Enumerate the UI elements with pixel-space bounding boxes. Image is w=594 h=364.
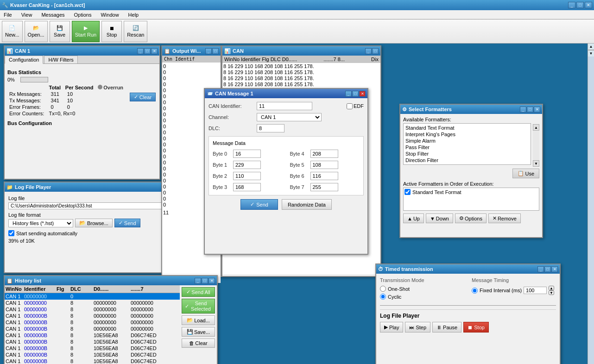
menu-messages[interactable]: Messages	[39, 11, 66, 19]
channel-select[interactable]: CAN 1	[257, 113, 322, 121]
timed-minimize[interactable]: _	[537, 266, 544, 272]
timed-titlebar[interactable]: ⏱ Timed transmission _ □ ✕	[376, 264, 560, 274]
table-row[interactable]: CAN 1 0000000B 8 10E56EA8 D06C74ED	[5, 345, 180, 351]
byte5-input[interactable]	[310, 161, 338, 169]
output-minimize[interactable]: _	[205, 48, 212, 54]
send-selected-button[interactable]: ✓ Send Selected	[182, 299, 215, 314]
cyclic-radio[interactable]	[380, 294, 386, 300]
can1-titlebar[interactable]: 📊 CAN 1 _ □ ✕	[5, 46, 159, 56]
fmt-item[interactable]: Simple Alarm	[404, 138, 530, 144]
fmt-item[interactable]: Stop Filter	[404, 151, 530, 157]
menu-options[interactable]: Options	[72, 11, 94, 19]
fmt-item[interactable]: DLL Formatter	[404, 163, 530, 165]
can1-minimize[interactable]: _	[137, 48, 144, 54]
can-output-minimize[interactable]: _	[365, 48, 372, 54]
output-restore[interactable]: □	[212, 48, 219, 54]
byte3-input[interactable]	[233, 183, 261, 191]
fmt-down-button[interactable]: ▼ Down	[426, 213, 453, 223]
can-msg-minimize[interactable]: _	[345, 91, 352, 97]
active-fmt-checkbox[interactable]	[404, 189, 411, 195]
dlc-input[interactable]	[257, 124, 284, 132]
edf-checkbox[interactable]	[347, 103, 353, 109]
play-button[interactable]: ▶ Play	[380, 322, 403, 333]
fmt-item[interactable]: Interpret King's Pages	[404, 131, 530, 138]
byte0-input[interactable]	[233, 150, 261, 158]
byte2-input[interactable]	[233, 172, 261, 180]
timed-close[interactable]: ✕	[551, 266, 558, 272]
minimize-button[interactable]: _	[568, 2, 575, 8]
stop-button[interactable]: ⏹ Stop	[101, 21, 122, 42]
clear-history-button[interactable]: 🗑 Clear	[182, 339, 215, 348]
send-all-button[interactable]: ✓ Send All	[182, 287, 215, 297]
fmt-list[interactable]: Standard Text Format Interpret King's Pa…	[403, 123, 531, 165]
tab-configuration[interactable]: Configuration	[5, 56, 43, 64]
table-row[interactable]: CAN 1 0000000B 8 10E56EA8 D06C74ED	[5, 351, 180, 358]
pause-button[interactable]: ⏸ Pause	[432, 322, 461, 333]
stop-playback-button[interactable]: ⏹ Stop	[463, 322, 489, 333]
randomize-button[interactable]: Randomize Data	[282, 199, 332, 210]
interval-down[interactable]: ▼	[549, 290, 554, 295]
can-id-input[interactable]	[257, 102, 312, 110]
fmt-item[interactable]: Pass Filter	[404, 144, 530, 151]
table-row[interactable]: CAN 1 0000000B 8 00000000 00000000	[5, 326, 180, 332]
step-button[interactable]: ⏭ Step	[405, 322, 430, 333]
output-titlebar[interactable]: 📋 Output Wi... _ □	[162, 46, 221, 56]
scrollbar-up[interactable]: ▲	[588, 44, 594, 50]
byte1-input[interactable]	[233, 161, 261, 169]
save-button[interactable]: 💾 Save	[50, 21, 70, 42]
history-titlebar[interactable]: 📋 History list _ □ ✕	[5, 276, 217, 285]
format-select[interactable]: History files (*.hst)	[8, 219, 73, 227]
can-msg-close[interactable]: ✕	[359, 91, 366, 97]
can1-close[interactable]: ✕	[151, 48, 158, 54]
table-row[interactable]: CAN 1 00000000 8 00000000 00000000	[5, 300, 180, 306]
table-row[interactable]: CAN 1 0000000B 8 00000000 00000000	[5, 319, 180, 326]
fmt-scrollbar-up[interactable]: ▲	[533, 124, 539, 131]
table-row[interactable]: CAN 1 00000000 8 00000000 00000000	[5, 306, 180, 313]
auto-send-checkbox[interactable]	[8, 230, 14, 236]
one-shot-radio[interactable]	[380, 286, 386, 292]
can-output-restore[interactable]: □	[372, 48, 379, 54]
select-fmt-close[interactable]: ✕	[534, 107, 540, 113]
main-scrollbar[interactable]: ▲ ▼	[588, 44, 594, 364]
save-history-button[interactable]: 💾 Save...	[182, 327, 215, 337]
select-fmt-maximize[interactable]: □	[527, 107, 533, 113]
history-minimize[interactable]: _	[195, 278, 201, 284]
menu-help[interactable]: Help	[126, 11, 141, 19]
browse-button[interactable]: 📂 Browse...	[75, 219, 113, 227]
fmt-scrollbar-down[interactable]: ▼	[533, 160, 539, 167]
history-restore[interactable]: □	[202, 278, 208, 284]
open-button[interactable]: 📂 Open...	[25, 21, 48, 42]
rescan-button[interactable]: 🔄 Rescan	[124, 21, 147, 42]
scrollbar-down[interactable]: ▼	[588, 50, 594, 56]
clear-stats-button[interactable]: ✓ Clear	[130, 93, 156, 101]
maximize-button[interactable]: □	[576, 2, 584, 8]
interval-up[interactable]: ▲	[549, 286, 554, 290]
can1-maximize[interactable]: □	[144, 48, 151, 54]
new-button[interactable]: 📄 New...	[2, 21, 23, 42]
can-msg-maximize[interactable]: □	[352, 91, 359, 97]
byte7-input[interactable]	[310, 183, 338, 191]
fmt-scrollbar-area[interactable]	[533, 131, 539, 160]
fmt-up-button[interactable]: ▲ Up	[403, 213, 424, 223]
menu-window[interactable]: Window	[99, 11, 120, 19]
byte6-input[interactable]	[310, 172, 338, 180]
fmt-options-button[interactable]: ⚙ Options	[455, 213, 487, 223]
use-formatter-button[interactable]: 📋 Use	[512, 169, 539, 178]
fmt-item[interactable]: Standard Text Format	[404, 125, 530, 131]
table-row[interactable]: CAN 1 0000000B 8 00000000 00000000	[5, 313, 180, 319]
can-output-titlebar[interactable]: 📊 CAN _ □	[222, 46, 380, 56]
start-run-button[interactable]: ▶ Start Run	[72, 21, 100, 42]
fmt-remove-button[interactable]: ✕ Remove	[488, 213, 521, 223]
send-message-button[interactable]: ✓ Send	[240, 199, 278, 210]
table-row[interactable]: CAN 1 0000000B 8 10E56EA8 D06C74ED	[5, 339, 180, 345]
select-fmt-titlebar[interactable]: ⚙ Select Formatters _ □ ✕	[400, 105, 542, 114]
close-app-button[interactable]: ✕	[585, 2, 592, 8]
timed-maximize[interactable]: □	[544, 266, 551, 272]
tab-hw-filters[interactable]: H/W Filters	[44, 56, 77, 63]
can-msg-titlebar[interactable]: 📨 CAN Message 1 _ □ ✕	[205, 89, 367, 98]
byte4-input[interactable]	[310, 150, 338, 158]
history-close[interactable]: ✕	[209, 278, 215, 284]
load-button[interactable]: 📂 Load...	[182, 315, 215, 325]
menu-view[interactable]: View	[19, 11, 34, 19]
menu-file[interactable]: File	[2, 11, 14, 19]
